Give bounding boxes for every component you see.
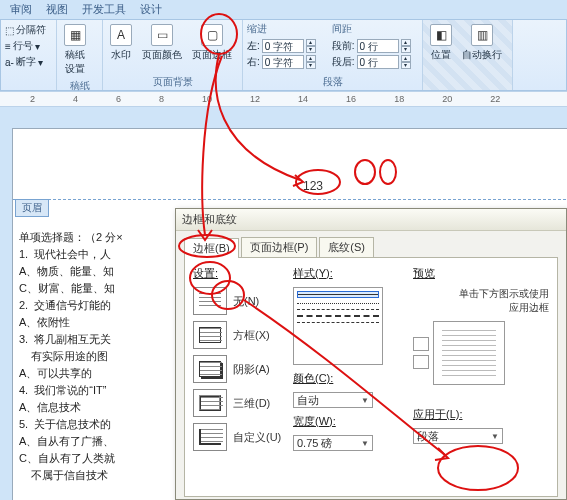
apply-to-label: 应用于(L): <box>413 407 463 422</box>
chevron-down-icon: ▼ <box>361 396 369 405</box>
preview-label: 预览 <box>413 266 549 281</box>
group-tag <box>5 77 52 89</box>
lineno-btn[interactable]: ≡ 行号 ▾ <box>5 38 40 54</box>
color-field: 颜色(C): <box>293 371 403 386</box>
indent-right[interactable]: 右:0 字符▴▾ <box>247 54 316 70</box>
borders-shading-dialog: 边框和底纹 边框(B) 页面边框(P) 底纹(S) 设置: 无(N) 方框(X)… <box>175 208 567 500</box>
manuscript-settings-btn[interactable]: ▦ 稿纸 设置 <box>61 22 89 78</box>
wrap-icon: ▥ <box>471 24 493 46</box>
wrap-btn[interactable]: ▥ 自动换行 <box>459 22 505 64</box>
tab-devtools[interactable]: 开发工具 <box>82 2 126 17</box>
group-pagebg-title: 页面背景 <box>107 74 238 89</box>
style-box[interactable]: 方框(X) <box>193 321 283 349</box>
style-none[interactable]: 无(N) <box>193 287 283 315</box>
tab-design[interactable]: 设计 <box>140 2 162 17</box>
tab-review[interactable]: 审阅 <box>10 2 32 17</box>
position-btn[interactable]: ◧ 位置 <box>427 22 455 64</box>
style-3d[interactable]: 三维(D) <box>193 389 283 417</box>
space-after[interactable]: 段后:0 行▴▾ <box>332 54 411 70</box>
preview-hint: 单击下方图示或使用 应用边框 <box>413 287 549 315</box>
indent-left[interactable]: 左:0 字符▴▾ <box>247 38 316 54</box>
preview-edge-top[interactable] <box>413 337 429 351</box>
style-custom[interactable]: 自定义(U) <box>193 423 283 451</box>
apply-to-select[interactable]: 段落▼ <box>413 428 503 444</box>
position-icon: ◧ <box>430 24 452 46</box>
pageborder-btn[interactable]: ▢ 页面边框 <box>189 22 235 64</box>
pagecolor-icon: ▭ <box>151 24 173 46</box>
style-shadow[interactable]: 阴影(A) <box>193 355 283 383</box>
space-before[interactable]: 段前:0 行▴▾ <box>332 38 411 54</box>
width-select[interactable]: 0.75 磅▼ <box>293 435 373 451</box>
separator-btn[interactable]: ⬚ 分隔符 <box>5 22 46 38</box>
tab-shading[interactable]: 底纹(S) <box>319 237 374 257</box>
color-select[interactable]: 自动▼ <box>293 392 373 408</box>
line-style-label: 样式(Y): <box>293 266 403 281</box>
preview-box <box>433 321 505 385</box>
indent-title: 缩进 <box>247 22 316 38</box>
watermark-icon: A <box>110 24 132 46</box>
header-sample-text: 123 <box>303 179 323 193</box>
header-boundary <box>13 199 567 200</box>
ribbon-tab-strip: 审阅 视图 开发工具 设计 <box>0 0 567 19</box>
group-manuscript-title: 稿纸 <box>61 78 98 93</box>
dialog-title: 边框和底纹 <box>176 209 566 231</box>
grid-icon: ▦ <box>64 24 86 46</box>
settings-label: 设置: <box>193 266 283 281</box>
chevron-down-icon: ▼ <box>361 439 369 448</box>
preview-edge-bottom[interactable] <box>413 355 429 369</box>
group-paragraph-title: 段落 <box>247 74 418 89</box>
pageborder-icon: ▢ <box>201 24 223 46</box>
pagecolor-btn[interactable]: ▭ 页面颜色 <box>139 22 185 64</box>
tab-view[interactable]: 视图 <box>46 2 68 17</box>
width-label: 宽度(W): <box>293 414 336 429</box>
ribbon: ⬚ 分隔符 ≡ 行号 ▾ a- 断字 ▾ ▦ 稿纸 设置 稿纸 A 水印 ▭ 页… <box>0 19 567 91</box>
horizontal-ruler: 246810121416182022 <box>0 91 567 107</box>
line-style-list[interactable] <box>293 287 383 365</box>
watermark-btn[interactable]: A 水印 <box>107 22 135 64</box>
tab-border[interactable]: 边框(B) <box>184 238 239 258</box>
chevron-down-icon: ▼ <box>491 432 499 441</box>
header-tag[interactable]: 页眉 <box>15 199 49 217</box>
dialog-body: 设置: 无(N) 方框(X) 阴影(A) 三维(D) 自定义(U) 样式(Y):… <box>184 257 558 497</box>
tab-page-border[interactable]: 页面边框(P) <box>241 237 318 257</box>
hyphen-btn[interactable]: a- 断字 ▾ <box>5 54 43 70</box>
document-body-text: 单项选择题：（2 分× 1. 现代社会中，人 A、物质、能量、知 C、财富、能量… <box>19 229 123 484</box>
dialog-tabs: 边框(B) 页面边框(P) 底纹(S) <box>176 231 566 257</box>
spacing-title: 间距 <box>332 22 411 38</box>
